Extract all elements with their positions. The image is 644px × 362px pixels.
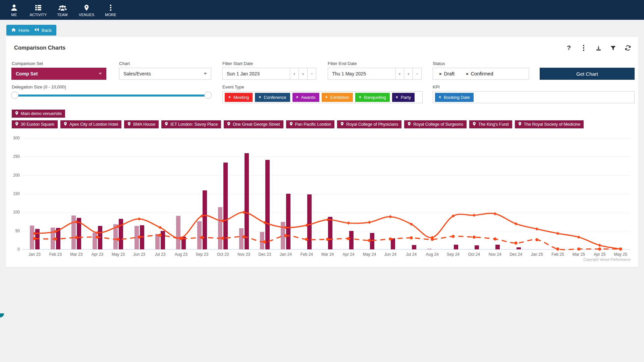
event-type-tag-banqueting[interactable]: ×Banqueting — [355, 93, 390, 102]
venue-tag-30-euston-square[interactable]: 30 Euston Square — [12, 120, 58, 128]
start-date-clear-button[interactable]: - — [308, 68, 316, 80]
filter-icon[interactable] — [609, 44, 617, 52]
x-tick-label: Feb 23 — [45, 252, 66, 257]
slider-handle-max[interactable] — [204, 92, 212, 99]
venue-tag-pan-pacific-london[interactable]: Pan Pacific London — [286, 120, 335, 128]
filter-start-date-group: Sun 1 Jan 2023 ‹ › - — [222, 68, 316, 80]
page-title: Comparison Charts — [14, 45, 65, 51]
home-icon — [11, 27, 16, 33]
remove-icon[interactable]: × — [296, 95, 299, 100]
nav-item-more[interactable]: MORE — [99, 0, 123, 20]
venue-tag-the-royal-society-of-medicine[interactable]: The Royal Society of Medicine — [515, 120, 584, 128]
line-dashed-path — [35, 235, 621, 250]
line-dashed-marker — [179, 237, 182, 240]
line-dashed-marker — [263, 240, 266, 243]
venue-tag-bma-house[interactable]: BMA House — [124, 120, 159, 128]
status-multiselect[interactable]: ×Draft×Confirmed — [433, 68, 529, 80]
venue-tag-royal-college-of-surgeons[interactable]: Royal College of Surgeons — [404, 120, 467, 128]
x-tick-label: Jan 23 — [24, 252, 45, 257]
remove-icon[interactable]: × — [259, 95, 261, 100]
comparison-chart: 050100150200250300Jan 23Feb 23Mar 23Apr … — [22, 138, 631, 249]
x-tick-label: Jan 24 — [275, 252, 297, 257]
venue-tag-royal-college-of-physicians[interactable]: Royal College of Physicians — [337, 120, 401, 128]
x-tick-label: Nov 23 — [233, 252, 255, 257]
help-icon[interactable]: ? — [565, 44, 573, 52]
nav-item-activity[interactable]: ACTIVITY — [26, 0, 50, 20]
get-chart-button[interactable]: Get Chart — [540, 68, 635, 80]
event-type-multiselect[interactable]: ×Meeting×Conference×Awards×Exhibition×Ba… — [222, 91, 423, 103]
venue-tag-label: BMA House — [133, 122, 155, 127]
line-dashed-marker — [598, 247, 601, 250]
tag-label: Awards — [301, 95, 316, 100]
remove-icon[interactable]: × — [228, 95, 231, 100]
slider-handle-min[interactable] — [11, 92, 18, 99]
event-type-tag-conference[interactable]: ×Conference — [255, 93, 290, 102]
x-tick-label: Feb 24 — [296, 252, 317, 257]
end-date-clear-button[interactable]: - — [413, 68, 422, 80]
nav-item-venues[interactable]: VENUES — [74, 0, 99, 20]
line-dashed-marker — [326, 238, 329, 241]
refresh-icon[interactable] — [624, 44, 632, 52]
remove-icon[interactable]: × — [439, 71, 442, 76]
kpi-tag-booking-date[interactable]: ×Booking Date — [435, 93, 474, 102]
venue-tag-apex-city-of-london-hotel[interactable]: Apex City of London Hotel — [60, 120, 121, 128]
pin-icon — [473, 122, 476, 127]
chart-dropdown[interactable]: Sales/Events — [119, 68, 211, 80]
y-tick-label: 250 — [7, 154, 20, 159]
comparison-set-dropdown[interactable]: Comp Set — [11, 68, 106, 80]
home-button-label: Home — [18, 28, 31, 33]
x-tick-label: Aug 23 — [170, 252, 192, 257]
venue-tag-label: The King's Fund — [478, 122, 509, 127]
line-solid-marker — [33, 232, 36, 235]
venue-tag-the-king-s-fund[interactable]: The King's Fund — [469, 120, 512, 128]
nav-item-me[interactable]: ME — [2, 0, 26, 20]
delegation-size-label: Delegation Size (0 - 10,000) — [12, 84, 66, 89]
filter-end-date-input[interactable]: Thu 1 May 2025 — [328, 68, 395, 80]
download-icon[interactable] — [595, 44, 602, 52]
venue-tag-one-great-george-street[interactable]: One Great George Street — [224, 120, 283, 128]
team-icon — [58, 3, 67, 12]
tag-label: Party — [401, 95, 411, 100]
pin-icon — [15, 111, 18, 116]
remove-icon[interactable]: × — [396, 95, 398, 100]
y-tick-label: 150 — [7, 191, 20, 196]
event-type-tag-meeting[interactable]: ×Meeting — [225, 93, 253, 102]
line-dashed-marker — [619, 247, 622, 250]
start-date-prev-button[interactable]: ‹ — [290, 68, 299, 80]
remove-icon[interactable]: × — [466, 71, 469, 76]
comparison-set-value: Comp Set — [16, 71, 38, 76]
filter-start-date-input[interactable]: Sun 1 Jan 2023 — [222, 68, 290, 80]
line-dashed-marker — [117, 238, 120, 241]
end-date-next-button[interactable]: › — [404, 68, 413, 80]
delegation-size-slider[interactable] — [14, 95, 209, 97]
event-type-tag-party[interactable]: ×Party — [392, 93, 415, 102]
kpi-multiselect[interactable]: ×Booking Date — [433, 91, 635, 103]
event-type-tag-exhibition[interactable]: ×Exhibition — [322, 93, 353, 102]
remove-icon[interactable]: × — [439, 95, 441, 100]
event-type-tag-awards[interactable]: ×Awards — [292, 93, 319, 102]
tag-label: Booking Date — [444, 95, 470, 100]
line-dashed-marker — [96, 236, 99, 239]
line-solid-marker — [514, 222, 518, 226]
status-tag-label: Confirmed — [471, 71, 493, 76]
back-button[interactable]: Back — [29, 25, 56, 36]
x-tick-label: Dec 23 — [254, 252, 275, 257]
venue-tag-label: The Royal Society of Medicine — [524, 122, 581, 127]
line-dashed-marker — [242, 235, 245, 238]
venue-tag-iet-london-savoy-place[interactable]: IET London: Savoy Place — [161, 120, 221, 128]
status-tag-confirmed[interactable]: ×Confirmed — [466, 71, 493, 76]
x-tick-label: Apr 24 — [338, 252, 359, 257]
nav-item-team[interactable]: TEAM — [50, 0, 74, 20]
remove-icon[interactable]: × — [359, 95, 361, 100]
status-tag-draft[interactable]: ×Draft — [439, 71, 454, 76]
x-tick-label: Oct 24 — [463, 252, 485, 257]
start-date-next-button[interactable]: › — [299, 68, 308, 80]
end-date-prev-button[interactable]: ‹ — [395, 68, 404, 80]
venue-tag-label: One Great George Street — [233, 122, 280, 127]
kebab-menu-icon[interactable] — [580, 44, 587, 52]
remove-icon[interactable]: × — [325, 95, 328, 100]
tag-label: Banqueting — [364, 95, 386, 100]
page: MEACTIVITYTEAMVENUESMORE Home Back Compa… — [0, 0, 644, 362]
line-dashed-marker — [535, 238, 538, 241]
venue-tag-main-demo-venue-site[interactable]: Main demo venue/site — [12, 110, 65, 118]
